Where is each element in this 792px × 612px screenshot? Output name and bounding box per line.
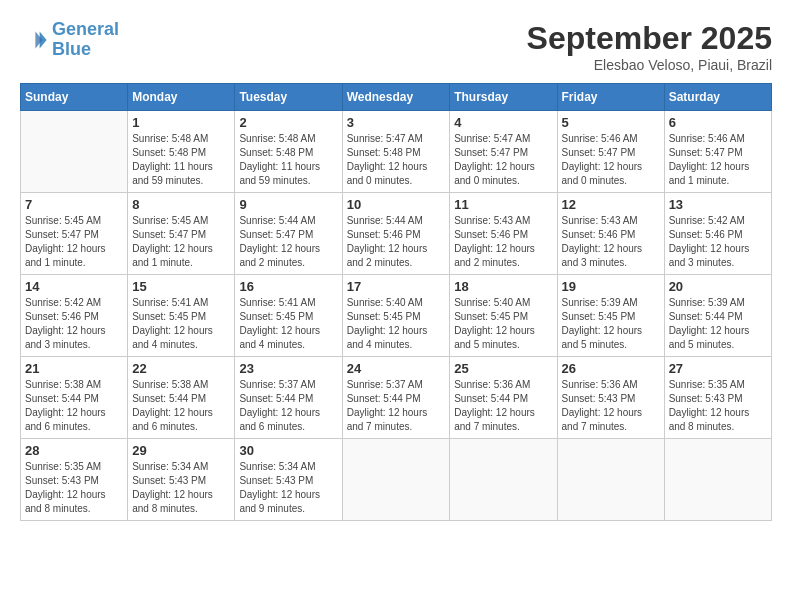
day-info: Sunrise: 5:48 AM Sunset: 5:48 PM Dayligh… bbox=[239, 132, 337, 188]
weekday-header-saturday: Saturday bbox=[664, 84, 771, 111]
day-number: 16 bbox=[239, 279, 337, 294]
calendar-cell bbox=[21, 111, 128, 193]
day-info: Sunrise: 5:46 AM Sunset: 5:47 PM Dayligh… bbox=[562, 132, 660, 188]
calendar-cell: 25Sunrise: 5:36 AM Sunset: 5:44 PM Dayli… bbox=[450, 357, 557, 439]
day-number: 15 bbox=[132, 279, 230, 294]
day-info: Sunrise: 5:37 AM Sunset: 5:44 PM Dayligh… bbox=[347, 378, 446, 434]
weekday-header-thursday: Thursday bbox=[450, 84, 557, 111]
calendar-cell: 11Sunrise: 5:43 AM Sunset: 5:46 PM Dayli… bbox=[450, 193, 557, 275]
calendar-cell: 27Sunrise: 5:35 AM Sunset: 5:43 PM Dayli… bbox=[664, 357, 771, 439]
day-info: Sunrise: 5:47 AM Sunset: 5:47 PM Dayligh… bbox=[454, 132, 552, 188]
day-info: Sunrise: 5:38 AM Sunset: 5:44 PM Dayligh… bbox=[132, 378, 230, 434]
day-number: 8 bbox=[132, 197, 230, 212]
day-number: 10 bbox=[347, 197, 446, 212]
day-number: 7 bbox=[25, 197, 123, 212]
calendar-cell: 5Sunrise: 5:46 AM Sunset: 5:47 PM Daylig… bbox=[557, 111, 664, 193]
calendar-cell: 20Sunrise: 5:39 AM Sunset: 5:44 PM Dayli… bbox=[664, 275, 771, 357]
day-number: 28 bbox=[25, 443, 123, 458]
day-number: 3 bbox=[347, 115, 446, 130]
calendar-cell: 22Sunrise: 5:38 AM Sunset: 5:44 PM Dayli… bbox=[128, 357, 235, 439]
day-number: 11 bbox=[454, 197, 552, 212]
day-number: 22 bbox=[132, 361, 230, 376]
day-info: Sunrise: 5:34 AM Sunset: 5:43 PM Dayligh… bbox=[239, 460, 337, 516]
day-number: 9 bbox=[239, 197, 337, 212]
month-title: September 2025 bbox=[527, 20, 772, 57]
day-info: Sunrise: 5:34 AM Sunset: 5:43 PM Dayligh… bbox=[132, 460, 230, 516]
calendar-cell: 12Sunrise: 5:43 AM Sunset: 5:46 PM Dayli… bbox=[557, 193, 664, 275]
day-info: Sunrise: 5:46 AM Sunset: 5:47 PM Dayligh… bbox=[669, 132, 767, 188]
calendar-cell: 24Sunrise: 5:37 AM Sunset: 5:44 PM Dayli… bbox=[342, 357, 450, 439]
calendar-week-1: 1Sunrise: 5:48 AM Sunset: 5:48 PM Daylig… bbox=[21, 111, 772, 193]
calendar-week-4: 21Sunrise: 5:38 AM Sunset: 5:44 PM Dayli… bbox=[21, 357, 772, 439]
calendar-week-2: 7Sunrise: 5:45 AM Sunset: 5:47 PM Daylig… bbox=[21, 193, 772, 275]
day-number: 30 bbox=[239, 443, 337, 458]
day-info: Sunrise: 5:43 AM Sunset: 5:46 PM Dayligh… bbox=[454, 214, 552, 270]
day-number: 14 bbox=[25, 279, 123, 294]
day-number: 12 bbox=[562, 197, 660, 212]
day-info: Sunrise: 5:41 AM Sunset: 5:45 PM Dayligh… bbox=[239, 296, 337, 352]
calendar-cell: 28Sunrise: 5:35 AM Sunset: 5:43 PM Dayli… bbox=[21, 439, 128, 521]
day-number: 20 bbox=[669, 279, 767, 294]
day-number: 2 bbox=[239, 115, 337, 130]
weekday-header-row: SundayMondayTuesdayWednesdayThursdayFrid… bbox=[21, 84, 772, 111]
day-info: Sunrise: 5:36 AM Sunset: 5:44 PM Dayligh… bbox=[454, 378, 552, 434]
day-info: Sunrise: 5:36 AM Sunset: 5:43 PM Dayligh… bbox=[562, 378, 660, 434]
header: General Blue September 2025 Elesbao Velo… bbox=[20, 20, 772, 73]
calendar-cell bbox=[450, 439, 557, 521]
calendar-cell: 6Sunrise: 5:46 AM Sunset: 5:47 PM Daylig… bbox=[664, 111, 771, 193]
calendar-cell: 23Sunrise: 5:37 AM Sunset: 5:44 PM Dayli… bbox=[235, 357, 342, 439]
day-number: 18 bbox=[454, 279, 552, 294]
calendar-cell: 16Sunrise: 5:41 AM Sunset: 5:45 PM Dayli… bbox=[235, 275, 342, 357]
calendar-week-3: 14Sunrise: 5:42 AM Sunset: 5:46 PM Dayli… bbox=[21, 275, 772, 357]
calendar-cell bbox=[557, 439, 664, 521]
calendar-week-5: 28Sunrise: 5:35 AM Sunset: 5:43 PM Dayli… bbox=[21, 439, 772, 521]
calendar-cell bbox=[342, 439, 450, 521]
calendar-cell: 15Sunrise: 5:41 AM Sunset: 5:45 PM Dayli… bbox=[128, 275, 235, 357]
day-info: Sunrise: 5:42 AM Sunset: 5:46 PM Dayligh… bbox=[669, 214, 767, 270]
calendar-cell: 13Sunrise: 5:42 AM Sunset: 5:46 PM Dayli… bbox=[664, 193, 771, 275]
logo-icon bbox=[20, 26, 48, 54]
day-number: 21 bbox=[25, 361, 123, 376]
day-info: Sunrise: 5:43 AM Sunset: 5:46 PM Dayligh… bbox=[562, 214, 660, 270]
day-number: 1 bbox=[132, 115, 230, 130]
day-number: 19 bbox=[562, 279, 660, 294]
calendar-cell: 18Sunrise: 5:40 AM Sunset: 5:45 PM Dayli… bbox=[450, 275, 557, 357]
day-number: 17 bbox=[347, 279, 446, 294]
calendar-cell: 1Sunrise: 5:48 AM Sunset: 5:48 PM Daylig… bbox=[128, 111, 235, 193]
day-number: 26 bbox=[562, 361, 660, 376]
day-info: Sunrise: 5:41 AM Sunset: 5:45 PM Dayligh… bbox=[132, 296, 230, 352]
day-info: Sunrise: 5:45 AM Sunset: 5:47 PM Dayligh… bbox=[25, 214, 123, 270]
calendar-cell: 30Sunrise: 5:34 AM Sunset: 5:43 PM Dayli… bbox=[235, 439, 342, 521]
day-info: Sunrise: 5:38 AM Sunset: 5:44 PM Dayligh… bbox=[25, 378, 123, 434]
day-info: Sunrise: 5:35 AM Sunset: 5:43 PM Dayligh… bbox=[25, 460, 123, 516]
day-number: 5 bbox=[562, 115, 660, 130]
day-info: Sunrise: 5:39 AM Sunset: 5:45 PM Dayligh… bbox=[562, 296, 660, 352]
day-info: Sunrise: 5:40 AM Sunset: 5:45 PM Dayligh… bbox=[454, 296, 552, 352]
day-number: 4 bbox=[454, 115, 552, 130]
day-number: 24 bbox=[347, 361, 446, 376]
day-number: 13 bbox=[669, 197, 767, 212]
day-number: 25 bbox=[454, 361, 552, 376]
calendar-cell: 9Sunrise: 5:44 AM Sunset: 5:47 PM Daylig… bbox=[235, 193, 342, 275]
calendar-cell: 19Sunrise: 5:39 AM Sunset: 5:45 PM Dayli… bbox=[557, 275, 664, 357]
title-section: September 2025 Elesbao Veloso, Piaui, Br… bbox=[527, 20, 772, 73]
weekday-header-sunday: Sunday bbox=[21, 84, 128, 111]
calendar-cell: 4Sunrise: 5:47 AM Sunset: 5:47 PM Daylig… bbox=[450, 111, 557, 193]
calendar-cell: 2Sunrise: 5:48 AM Sunset: 5:48 PM Daylig… bbox=[235, 111, 342, 193]
weekday-header-friday: Friday bbox=[557, 84, 664, 111]
day-number: 29 bbox=[132, 443, 230, 458]
day-info: Sunrise: 5:44 AM Sunset: 5:47 PM Dayligh… bbox=[239, 214, 337, 270]
day-number: 6 bbox=[669, 115, 767, 130]
calendar-cell: 14Sunrise: 5:42 AM Sunset: 5:46 PM Dayli… bbox=[21, 275, 128, 357]
calendar-cell: 7Sunrise: 5:45 AM Sunset: 5:47 PM Daylig… bbox=[21, 193, 128, 275]
location-subtitle: Elesbao Veloso, Piaui, Brazil bbox=[527, 57, 772, 73]
calendar-cell: 10Sunrise: 5:44 AM Sunset: 5:46 PM Dayli… bbox=[342, 193, 450, 275]
weekday-header-wednesday: Wednesday bbox=[342, 84, 450, 111]
calendar-cell: 21Sunrise: 5:38 AM Sunset: 5:44 PM Dayli… bbox=[21, 357, 128, 439]
day-info: Sunrise: 5:45 AM Sunset: 5:47 PM Dayligh… bbox=[132, 214, 230, 270]
weekday-header-monday: Monday bbox=[128, 84, 235, 111]
logo: General Blue bbox=[20, 20, 119, 60]
calendar-cell: 29Sunrise: 5:34 AM Sunset: 5:43 PM Dayli… bbox=[128, 439, 235, 521]
calendar-cell: 8Sunrise: 5:45 AM Sunset: 5:47 PM Daylig… bbox=[128, 193, 235, 275]
day-info: Sunrise: 5:37 AM Sunset: 5:44 PM Dayligh… bbox=[239, 378, 337, 434]
